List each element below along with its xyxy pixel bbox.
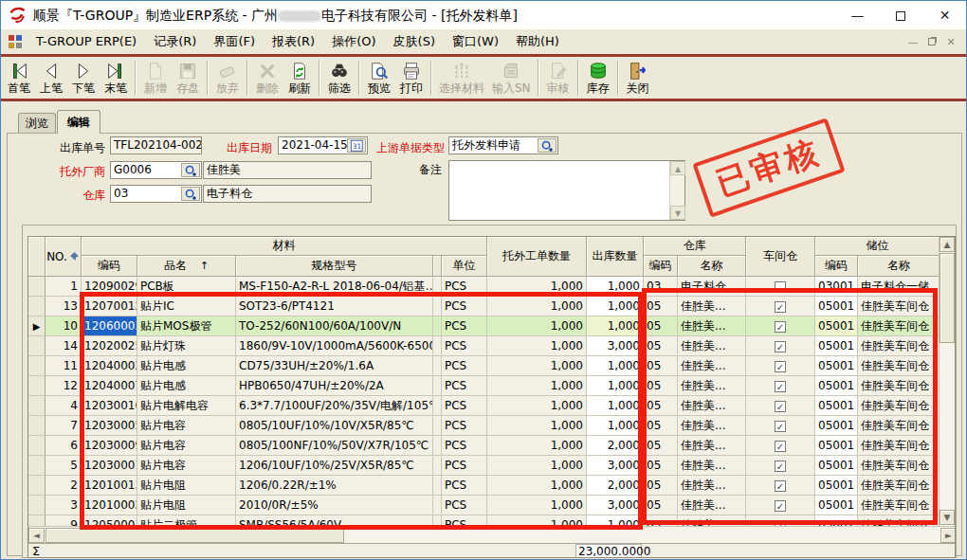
cell-name[interactable]: 贴片电阻 xyxy=(137,476,236,496)
cell-spec[interactable]: CD75/33UH/±20%/1.6A xyxy=(236,356,433,376)
cell-warehouse-name[interactable]: 佳胜美... xyxy=(678,336,746,356)
toolbar-button-filter[interactable]: 筛选 xyxy=(323,58,356,98)
cell-spec[interactable]: MS-F150-A2-R-L 2018-06-04/铝基... xyxy=(236,277,433,297)
menu-item[interactable]: 界面(F) xyxy=(205,29,264,54)
cell-code[interactable]: 12050004 xyxy=(82,515,137,526)
workshop-checkbox[interactable]: ✓ xyxy=(775,381,786,392)
vertical-scrollbar[interactable]: ▲ ▼ xyxy=(939,237,955,526)
upstream-type-field[interactable]: 托外发料申请 xyxy=(448,136,558,154)
cell-spec[interactable]: SMB/SS56/5A/60V xyxy=(236,515,433,526)
cell-location-name[interactable]: 佳胜美车间仓 xyxy=(858,416,940,436)
cell-workshop[interactable]: ✓ xyxy=(746,336,815,356)
scroll-down-icon[interactable]: ▼ xyxy=(670,206,685,220)
cell-location-name[interactable]: 佳胜美车间仓 xyxy=(858,336,940,356)
cell-narrow[interactable] xyxy=(433,297,442,316)
cell-out-qty[interactable]: 1,000 xyxy=(587,515,644,526)
cell-workshop[interactable]: ✓ xyxy=(746,356,815,376)
menu-item[interactable]: 操作(O) xyxy=(323,29,384,54)
issue-date-field[interactable]: 2021-04-15 31 xyxy=(278,136,368,154)
cell-spec[interactable]: 1206/10UF/10%/25V/X5R/85℃ xyxy=(236,456,433,476)
cell-no[interactable]: 12 xyxy=(46,376,82,396)
cell-out-qty[interactable]: 1,000 xyxy=(587,356,644,376)
remarks-textarea[interactable]: ▲ ▼ xyxy=(448,160,685,221)
cell-narrow[interactable] xyxy=(433,515,442,526)
cell-location-code[interactable]: 05001 xyxy=(815,476,858,496)
workshop-checkbox[interactable]: ✓ xyxy=(775,401,786,412)
cell-location-name[interactable]: 佳胜美车间仓 xyxy=(858,476,940,496)
cell-location-name[interactable]: 佳胜美车间仓 xyxy=(858,376,940,396)
row-indicator[interactable] xyxy=(28,496,46,515)
cell-name[interactable]: 贴片二极管 xyxy=(137,515,236,526)
toolbar-button-close-door[interactable]: 关闭 xyxy=(622,58,654,98)
cell-location-code[interactable]: 05001 xyxy=(815,515,858,526)
cell-unit[interactable]: PCS xyxy=(442,436,487,456)
cell-no[interactable]: 4 xyxy=(46,396,82,416)
cell-no[interactable]: 14 xyxy=(46,336,82,356)
cell-location-code[interactable]: 05001 xyxy=(815,376,858,396)
remarks-scrollbar[interactable]: ▲ ▼ xyxy=(669,161,684,220)
cell-code[interactable]: 12010002 xyxy=(82,496,137,515)
cell-no[interactable]: 13 xyxy=(46,297,82,316)
cell-warehouse-name[interactable]: 佳胜美... xyxy=(678,356,746,376)
cell-narrow[interactable] xyxy=(433,277,442,297)
warehouse-code-field[interactable]: 03 xyxy=(110,185,202,203)
cell-narrow[interactable] xyxy=(433,476,442,496)
tab-browse[interactable]: 浏览 xyxy=(18,113,56,134)
cell-warehouse-name[interactable]: 佳胜美... xyxy=(678,515,746,526)
cell-name[interactable]: 贴片灯珠 xyxy=(137,336,236,356)
cell-location-name[interactable]: 佳胜美车间仓 xyxy=(858,515,940,526)
cell-location-name[interactable]: 佳胜美车间仓 xyxy=(858,436,940,456)
menu-item[interactable]: 皮肤(S) xyxy=(385,29,444,54)
cell-spec[interactable]: 1860/9V-10V/1000mA/5600K-6500K... xyxy=(236,336,433,356)
row-indicator[interactable] xyxy=(28,336,46,356)
tab-edit[interactable]: 编辑 xyxy=(57,110,100,134)
toolbar-button-preview[interactable]: 预览 xyxy=(363,58,395,98)
cell-location-code[interactable]: 05001 xyxy=(815,436,858,456)
row-indicator[interactable] xyxy=(28,416,46,436)
cell-location-code[interactable]: 05001 xyxy=(815,316,858,336)
header-location-code[interactable]: 编码 xyxy=(815,256,858,277)
workshop-checkbox[interactable]: ✓ xyxy=(775,500,786,512)
cell-name[interactable]: 贴片电容 xyxy=(137,436,236,456)
cell-out-qty[interactable]: 3,000 xyxy=(587,456,644,476)
cell-spec[interactable]: 0805/10UF/10%/10V/X5R/85℃ xyxy=(236,416,433,436)
cell-out-qty[interactable]: 1,000 xyxy=(587,277,644,297)
cell-warehouse-name[interactable]: 佳胜美... xyxy=(678,396,746,416)
vendor-lookup-icon[interactable] xyxy=(181,163,200,177)
cell-no[interactable]: 9 xyxy=(46,515,82,526)
cell-workshop[interactable]: ✓ xyxy=(746,396,815,416)
cell-location-name[interactable]: 佳胜美车间仓 xyxy=(858,496,940,515)
header-no[interactable]: NO. xyxy=(46,237,82,277)
mdi-minimize-icon[interactable]: — xyxy=(905,30,921,55)
table-row[interactable]: 612030009贴片电容0805/100NF/10%/50V/X7R/105℃… xyxy=(28,436,940,456)
cell-spec[interactable]: SOT23-6/PT4121 xyxy=(236,297,433,316)
cell-warehouse-code[interactable]: 05 xyxy=(644,316,678,336)
cell-no[interactable]: 3 xyxy=(46,496,82,515)
cell-location-name[interactable]: 佳胜美车间仓 xyxy=(858,396,940,416)
cell-code[interactable]: 12030001 xyxy=(82,456,137,476)
row-indicator[interactable] xyxy=(28,297,46,316)
cell-warehouse-code[interactable]: 05 xyxy=(644,356,678,376)
workshop-checkbox[interactable] xyxy=(775,281,786,293)
cell-unit[interactable]: PCS xyxy=(442,416,487,436)
menu-item[interactable]: 窗口(W) xyxy=(444,29,507,54)
cell-warehouse-code[interactable]: 05 xyxy=(644,515,678,526)
table-row[interactable]: 212010013贴片电阻1206/0.22R/±1%PCS1,0002,000… xyxy=(28,476,940,496)
table-row[interactable]: 1412020025贴片灯珠1860/9V-10V/1000mA/5600K-6… xyxy=(28,336,940,356)
cell-workshop[interactable]: ✓ xyxy=(746,297,815,316)
cell-wo-qty[interactable]: 1,000 xyxy=(487,456,587,476)
horizontal-scrollbar[interactable]: ◄ ► xyxy=(28,526,956,543)
cell-warehouse-name[interactable]: 佳胜美... xyxy=(678,476,746,496)
cell-workshop[interactable]: ✓ xyxy=(746,496,815,515)
cell-workshop[interactable]: ✓ xyxy=(746,515,815,526)
cell-name[interactable]: 贴片电容 xyxy=(137,416,236,436)
cell-out-qty[interactable]: 3,000 xyxy=(587,496,644,515)
cell-out-qty[interactable]: 1,000 xyxy=(587,416,644,436)
cell-unit[interactable]: PCS xyxy=(442,316,487,336)
menu-item[interactable]: 帮助(H) xyxy=(507,29,568,54)
row-indicator[interactable] xyxy=(28,396,46,416)
vertical-scrollbar-thumb[interactable] xyxy=(940,253,955,343)
scroll-up-icon[interactable]: ▲ xyxy=(940,237,955,252)
cell-unit[interactable]: PCS xyxy=(442,356,487,376)
header-group-warehouse[interactable]: 仓库 xyxy=(644,237,746,256)
